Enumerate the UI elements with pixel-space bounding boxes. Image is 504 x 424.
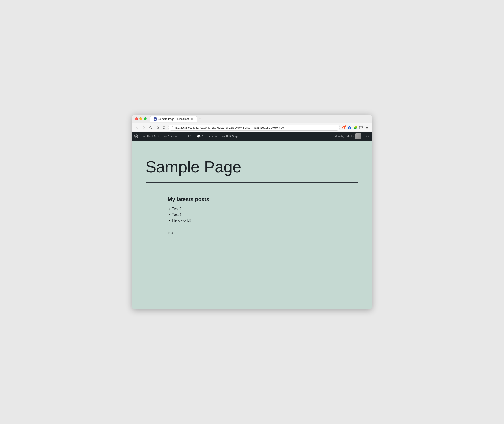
page-title: Sample Page	[146, 158, 358, 176]
list-item: Test 2	[172, 207, 358, 211]
minimize-button[interactable]	[139, 118, 142, 120]
updates-icon: ↺	[187, 135, 189, 138]
page-divider	[146, 182, 358, 183]
fullscreen-button[interactable]	[144, 118, 147, 120]
posts-list: Test 2 Test 1 Hello world!	[168, 207, 358, 222]
brave-badge: 1	[345, 125, 346, 126]
bitwarden-icon[interactable]	[347, 125, 352, 130]
active-tab[interactable]: W Sample Page – BlockTest ✕	[150, 116, 197, 122]
customize-icon: ✏	[164, 135, 166, 138]
customize-button[interactable]: ✏ Customize	[161, 132, 184, 141]
edit-page-button[interactable]: ✏ Edit Page	[220, 132, 241, 141]
url-text: http://localhost:8082/?page_id=2&preview…	[175, 126, 337, 129]
wallet-icon[interactable]	[359, 125, 363, 130]
comments-icon: 💬	[197, 135, 201, 138]
comments-count: 0	[202, 135, 203, 138]
page-content: Sample Page My latests posts Test 2 Test…	[132, 141, 372, 309]
updates-count: 3	[190, 135, 192, 138]
posts-section-title: My latests posts	[168, 196, 358, 202]
browser-extensions: B 1 🧩 ≡	[342, 125, 369, 130]
list-item: Hello world!	[172, 218, 358, 222]
comments-button[interactable]: 💬 0	[194, 132, 206, 141]
tab-favicon-icon: W	[154, 118, 157, 120]
back-button[interactable]	[135, 125, 140, 130]
brave-shield-icon[interactable]: B 1	[342, 125, 346, 130]
new-label: New	[211, 135, 217, 138]
new-tab-button[interactable]: +	[199, 117, 201, 121]
tab-close-icon[interactable]: ✕	[191, 118, 194, 120]
site-name-label: BlockTest	[146, 135, 159, 138]
home-button[interactable]	[155, 125, 160, 130]
tab-title: Sample Page – BlockTest	[158, 118, 189, 120]
customize-label: Customize	[168, 135, 181, 138]
user-name-label: admin	[346, 135, 354, 138]
wp-admin-bar: ⊕ BlockTest ✏ Customize ↺ 3 💬 0 + New ✏	[132, 132, 372, 141]
user-avatar	[355, 133, 361, 139]
svg-point-4	[362, 127, 362, 128]
user-menu-button[interactable]: Howdy, admin	[332, 132, 364, 141]
address-bar: http://localhost:8082/?page_id=2&preview…	[132, 123, 372, 132]
post-link-test2[interactable]: Test 2	[172, 207, 182, 211]
admin-search-button[interactable]	[364, 132, 372, 141]
admin-bar-right: Howdy, admin	[332, 132, 372, 141]
new-content-button[interactable]: + New	[206, 132, 220, 141]
posts-section: My latests posts Test 2 Test 1 Hello wor…	[146, 196, 358, 235]
browser-menu-icon[interactable]: ≡	[365, 125, 369, 130]
title-bar: W Sample Page – BlockTest ✕ +	[132, 115, 372, 123]
wp-logo-button[interactable]	[132, 132, 140, 141]
url-bar[interactable]: http://localhost:8082/?page_id=2&preview…	[168, 125, 340, 131]
post-link-test1[interactable]: Test 1	[172, 213, 182, 216]
close-button[interactable]	[135, 118, 138, 120]
updates-button[interactable]: ↺ 3	[184, 132, 194, 141]
forward-button[interactable]	[141, 125, 146, 130]
new-icon: +	[209, 135, 210, 138]
edit-link[interactable]: Edit	[168, 231, 173, 235]
admin-bar-left: ⊕ BlockTest ✏ Customize ↺ 3 💬 0 + New ✏	[132, 132, 332, 141]
list-item: Test 1	[172, 213, 358, 217]
post-link-hello-world[interactable]: Hello world!	[172, 218, 191, 222]
extensions-icon[interactable]: 🧩	[353, 125, 358, 130]
svg-rect-0	[171, 127, 173, 129]
lock-icon	[171, 126, 173, 129]
svg-text:B: B	[343, 127, 344, 129]
bookmark-button[interactable]	[161, 125, 166, 130]
browser-window: W Sample Page – BlockTest ✕ + http://	[132, 115, 372, 309]
edit-page-label: Edit Page	[226, 135, 239, 138]
site-icon: ⊕	[143, 135, 145, 138]
site-name-button[interactable]: ⊕ BlockTest	[140, 132, 161, 141]
edit-page-icon: ✏	[222, 135, 225, 138]
tab-bar: W Sample Page – BlockTest ✕ +	[150, 116, 369, 122]
reload-button[interactable]	[148, 125, 153, 130]
howdy-label: Howdy,	[335, 135, 344, 138]
traffic-lights	[135, 118, 147, 120]
